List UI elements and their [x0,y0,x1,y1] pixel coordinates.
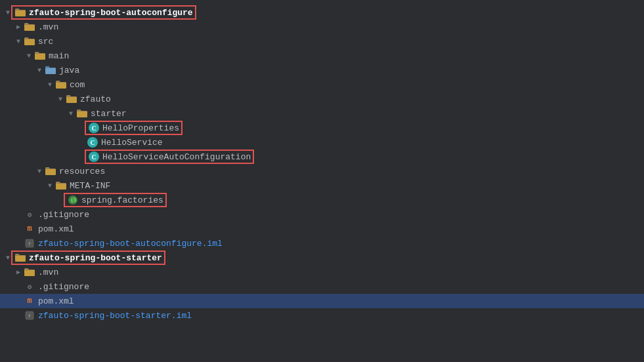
tree-item-hello-service[interactable]: C HelloService [0,135,644,150]
item-label: .mvn [38,268,58,277]
tree-item-root2[interactable]: zfauto-spring-boot-starter [0,251,644,265]
highlighted-label: spring.factories [64,193,167,207]
tree-item-hello-auto[interactable]: C HelloServiceAutoConfiguration [0,150,644,164]
folder-icon [66,94,77,104]
git-icon: ⚙ [24,209,35,220]
item-label: com [70,80,85,90]
item-label: starter [91,109,127,119]
svg-text:F: F [28,241,31,246]
tree-item-pom2[interactable]: m pom.xml [0,294,644,308]
highlighted-label: C HelloProperties [85,121,182,135]
item-label: src [38,37,53,47]
folder-icon [24,36,35,47]
tree-item-src1[interactable]: src [0,34,644,49]
item-label: HelloServiceAutoConfiguration [102,152,251,162]
expand-arrow[interactable] [34,65,45,75]
item-label: java [59,66,79,75]
folder-java-icon [45,65,56,75]
tree-item-root1[interactable]: zfauto-spring-boot-autoconfigure [0,5,644,20]
expand-arrow[interactable] [45,79,55,90]
item-label: HelloProperties [102,123,179,133]
collapse-arrow[interactable] [13,22,24,32]
tree-item-resources1[interactable]: resources [0,164,644,178]
expand-arrow[interactable] [34,166,45,176]
tree-item-pom1[interactable]: m pom.xml [0,222,644,236]
folder-icon [76,108,88,119]
item-label: zfauto [80,94,111,104]
pom-icon: m [24,296,35,306]
git-icon: ⚙ [24,281,35,292]
folder-icon [34,50,46,61]
svg-text:F: F [28,313,31,318]
tree-item-mvn2[interactable]: .mvn [0,265,644,279]
file-tree[interactable]: zfauto-spring-boot-autoconfigure .mvn sr… [0,0,644,362]
tree-item-starter1[interactable]: starter [0,106,644,121]
item-label: main [49,51,69,61]
tree-item-gitignore2[interactable]: ⚙ .gitignore [0,279,644,294]
tree-item-java1[interactable]: java [0,63,644,77]
folder-icon [24,267,35,277]
class-icon: C [87,137,98,148]
item-label: spring.factories [81,195,163,205]
tree-item-main1[interactable]: main [0,49,644,63]
tree-item-gitignore1[interactable]: ⚙ .gitignore [0,207,644,222]
item-label: zfauto-spring-boot-starter [29,253,162,263]
class-icon: C [88,151,100,162]
class-icon: C [88,123,100,133]
item-label: .gitignore [38,282,89,292]
item-label: .gitignore [38,210,89,220]
item-label: .mvn [38,22,58,32]
folder-icon [24,22,35,32]
factories-icon [67,195,79,205]
pom-icon: m [24,224,35,234]
folder-icon [55,79,67,90]
item-label: resources [59,167,105,176]
item-label: META-INF [70,181,110,191]
iml-icon: F [24,310,35,321]
item-label: zfauto-spring-boot-autoconfigure [29,8,193,18]
tree-item-zfauto1[interactable]: zfauto [0,92,644,106]
item-label: zfauto-spring-boot-starter.iml [38,311,192,321]
highlighted-label: zfauto-spring-boot-starter [11,251,165,265]
expand-arrow[interactable] [13,36,24,47]
item-label: pom.xml [38,224,74,234]
folder-icon [55,180,67,191]
collapse-arrow[interactable] [13,267,24,277]
folder-icon [14,7,26,18]
expand-arrow[interactable] [24,50,34,61]
item-label: zfauto-spring-boot-autoconfigure.iml [38,239,223,249]
expand-arrow[interactable] [66,108,76,119]
tree-item-iml1[interactable]: F zfauto-spring-boot-autoconfigure.iml [0,236,644,251]
folder-icon [45,166,56,176]
item-label: pom.xml [38,296,74,306]
highlighted-label: C HelloServiceAutoConfiguration [85,150,254,164]
highlighted-label: zfauto-spring-boot-autoconfigure [11,5,196,20]
expand-arrow[interactable] [45,180,55,191]
tree-item-com1[interactable]: com [0,77,644,92]
item-label: HelloService [101,138,163,148]
tree-item-hello-props[interactable]: C HelloProperties [0,121,644,135]
tree-item-factories1[interactable]: spring.factories [0,193,644,207]
tree-item-mvn1[interactable]: .mvn [0,20,644,34]
expand-arrow[interactable] [55,94,66,104]
tree-item-metainf1[interactable]: META-INF [0,178,644,193]
folder-icon [14,252,26,263]
tree-item-iml2[interactable]: F zfauto-spring-boot-starter.iml [0,308,644,323]
iml-icon: F [24,238,35,249]
